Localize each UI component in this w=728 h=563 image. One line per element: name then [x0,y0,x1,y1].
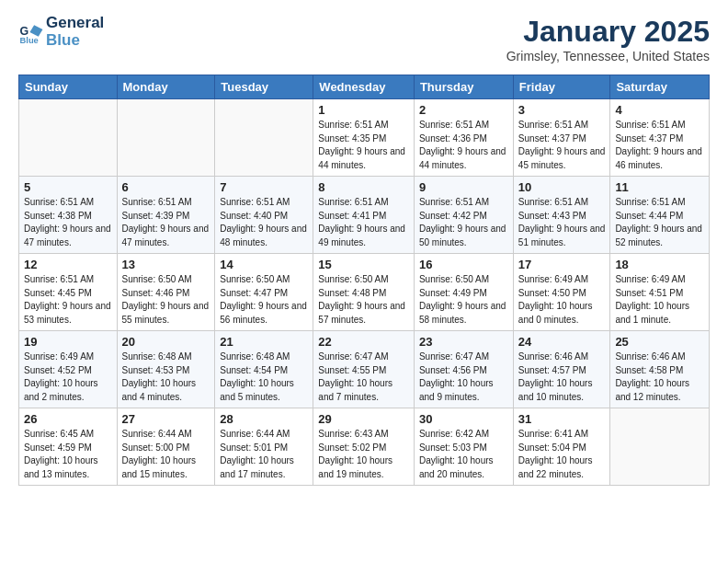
calendar-cell: 23Sunrise: 6:47 AM Sunset: 4:56 PM Dayli… [414,331,513,408]
calendar-cell: 15Sunrise: 6:50 AM Sunset: 4:48 PM Dayli… [313,254,415,331]
day-number: 18 [615,258,704,271]
day-info: Sunrise: 6:51 AM Sunset: 4:43 PM Dayligh… [518,196,606,249]
day-info: Sunrise: 6:46 AM Sunset: 4:57 PM Dayligh… [518,350,606,404]
day-info: Sunrise: 6:51 AM Sunset: 4:37 PM Dayligh… [518,119,606,172]
day-info: Sunrise: 6:50 AM Sunset: 4:48 PM Dayligh… [318,273,409,327]
day-info: Sunrise: 6:50 AM Sunset: 4:49 PM Dayligh… [419,273,508,327]
calendar-cell: 31Sunrise: 6:41 AM Sunset: 5:04 PM Dayli… [513,408,610,486]
calendar-cell: 20Sunrise: 6:48 AM Sunset: 4:53 PM Dayli… [117,331,215,408]
logo-icon: G Blue [18,19,44,45]
calendar-week-row: 19Sunrise: 6:49 AM Sunset: 4:52 PM Dayli… [19,331,710,408]
calendar-cell [610,408,710,486]
day-info: Sunrise: 6:41 AM Sunset: 5:04 PM Dayligh… [518,428,606,481]
calendar-cell: 18Sunrise: 6:49 AM Sunset: 4:51 PM Dayli… [610,254,710,331]
day-number: 7 [220,180,308,194]
calendar-cell: 28Sunrise: 6:44 AM Sunset: 5:01 PM Dayli… [215,408,313,486]
calendar-col-header: Saturday [610,75,710,99]
day-number: 25 [615,335,704,349]
calendar-cell: 24Sunrise: 6:46 AM Sunset: 4:57 PM Dayli… [513,331,610,408]
day-number: 8 [318,180,409,194]
day-number: 14 [220,258,308,271]
calendar-cell: 26Sunrise: 6:45 AM Sunset: 4:59 PM Dayli… [19,408,118,486]
day-info: Sunrise: 6:47 AM Sunset: 4:56 PM Dayligh… [419,350,508,404]
calendar-cell: 25Sunrise: 6:46 AM Sunset: 4:58 PM Dayli… [610,331,710,408]
day-info: Sunrise: 6:45 AM Sunset: 4:59 PM Dayligh… [24,428,112,481]
day-info: Sunrise: 6:46 AM Sunset: 4:58 PM Dayligh… [615,350,704,404]
day-number: 31 [518,412,606,426]
calendar-cell: 5Sunrise: 6:51 AM Sunset: 4:38 PM Daylig… [19,177,118,254]
page: G Blue General Blue January 2025 Grimsle… [0,0,728,500]
day-info: Sunrise: 6:47 AM Sunset: 4:55 PM Dayligh… [318,350,409,404]
day-number: 30 [419,412,508,426]
day-info: Sunrise: 6:51 AM Sunset: 4:36 PM Dayligh… [419,119,508,172]
day-number: 17 [518,258,606,271]
calendar-cell: 6Sunrise: 6:51 AM Sunset: 4:39 PM Daylig… [117,177,215,254]
calendar-cell [19,99,118,177]
svg-text:Blue: Blue [20,36,39,45]
day-info: Sunrise: 6:51 AM Sunset: 4:42 PM Dayligh… [419,196,508,249]
day-number: 1 [318,103,409,117]
day-number: 29 [318,412,409,426]
day-info: Sunrise: 6:48 AM Sunset: 4:54 PM Dayligh… [220,350,308,404]
calendar-cell: 21Sunrise: 6:48 AM Sunset: 4:54 PM Dayli… [215,331,313,408]
calendar-cell [215,99,313,177]
calendar-cell: 9Sunrise: 6:51 AM Sunset: 4:42 PM Daylig… [414,177,513,254]
day-number: 13 [122,258,210,271]
day-number: 20 [122,335,210,349]
calendar-header-row: SundayMondayTuesdayWednesdayThursdayFrid… [19,75,710,99]
calendar-week-row: 12Sunrise: 6:51 AM Sunset: 4:45 PM Dayli… [19,254,710,331]
calendar-cell: 16Sunrise: 6:50 AM Sunset: 4:49 PM Dayli… [414,254,513,331]
day-number: 27 [122,412,210,426]
day-info: Sunrise: 6:44 AM Sunset: 5:01 PM Dayligh… [220,428,308,481]
calendar-cell: 13Sunrise: 6:50 AM Sunset: 4:46 PM Dayli… [117,254,215,331]
day-info: Sunrise: 6:51 AM Sunset: 4:40 PM Dayligh… [220,196,308,249]
day-info: Sunrise: 6:43 AM Sunset: 5:02 PM Dayligh… [318,428,409,481]
calendar-cell: 4Sunrise: 6:51 AM Sunset: 4:37 PM Daylig… [610,99,710,177]
calendar-cell: 3Sunrise: 6:51 AM Sunset: 4:37 PM Daylig… [513,99,610,177]
calendar-cell: 29Sunrise: 6:43 AM Sunset: 5:02 PM Dayli… [313,408,415,486]
title-block: January 2025 Grimsley, Tennessee, United… [506,15,710,63]
calendar: SundayMondayTuesdayWednesdayThursdayFrid… [18,75,710,486]
calendar-col-header: Monday [117,75,215,99]
calendar-cell: 2Sunrise: 6:51 AM Sunset: 4:36 PM Daylig… [414,99,513,177]
calendar-col-header: Thursday [414,75,513,99]
calendar-week-row: 5Sunrise: 6:51 AM Sunset: 4:38 PM Daylig… [19,177,710,254]
day-number: 16 [419,258,508,271]
day-number: 26 [24,412,112,426]
day-info: Sunrise: 6:50 AM Sunset: 4:47 PM Dayligh… [220,273,308,327]
day-info: Sunrise: 6:51 AM Sunset: 4:35 PM Dayligh… [318,119,409,172]
day-number: 3 [518,103,606,117]
day-number: 28 [220,412,308,426]
day-number: 2 [419,103,508,117]
day-info: Sunrise: 6:49 AM Sunset: 4:52 PM Dayligh… [24,350,112,404]
day-info: Sunrise: 6:48 AM Sunset: 4:53 PM Dayligh… [122,350,210,404]
day-number: 12 [24,258,112,271]
calendar-cell: 11Sunrise: 6:51 AM Sunset: 4:44 PM Dayli… [610,177,710,254]
calendar-cell: 14Sunrise: 6:50 AM Sunset: 4:47 PM Dayli… [215,254,313,331]
calendar-week-row: 1Sunrise: 6:51 AM Sunset: 4:35 PM Daylig… [19,99,710,177]
calendar-cell: 19Sunrise: 6:49 AM Sunset: 4:52 PM Dayli… [19,331,118,408]
day-number: 10 [518,180,606,194]
calendar-cell: 30Sunrise: 6:42 AM Sunset: 5:03 PM Dayli… [414,408,513,486]
day-info: Sunrise: 6:51 AM Sunset: 4:45 PM Dayligh… [24,273,112,327]
calendar-week-row: 26Sunrise: 6:45 AM Sunset: 4:59 PM Dayli… [19,408,710,486]
day-number: 24 [518,335,606,349]
day-number: 15 [318,258,409,271]
day-number: 4 [615,103,704,117]
calendar-col-header: Friday [513,75,610,99]
day-number: 22 [318,335,409,349]
day-info: Sunrise: 6:51 AM Sunset: 4:44 PM Dayligh… [615,196,704,249]
day-info: Sunrise: 6:51 AM Sunset: 4:41 PM Dayligh… [318,196,409,249]
month-title: January 2025 [506,15,710,49]
calendar-cell: 1Sunrise: 6:51 AM Sunset: 4:35 PM Daylig… [313,99,415,177]
logo-blue: Blue [46,31,80,49]
calendar-cell: 12Sunrise: 6:51 AM Sunset: 4:45 PM Dayli… [19,254,118,331]
calendar-cell: 27Sunrise: 6:44 AM Sunset: 5:00 PM Dayli… [117,408,215,486]
day-number: 11 [615,180,704,194]
day-number: 9 [419,180,508,194]
calendar-cell: 10Sunrise: 6:51 AM Sunset: 4:43 PM Dayli… [513,177,610,254]
calendar-col-header: Wednesday [313,75,415,99]
calendar-col-header: Sunday [19,75,118,99]
day-number: 23 [419,335,508,349]
day-number: 21 [220,335,308,349]
